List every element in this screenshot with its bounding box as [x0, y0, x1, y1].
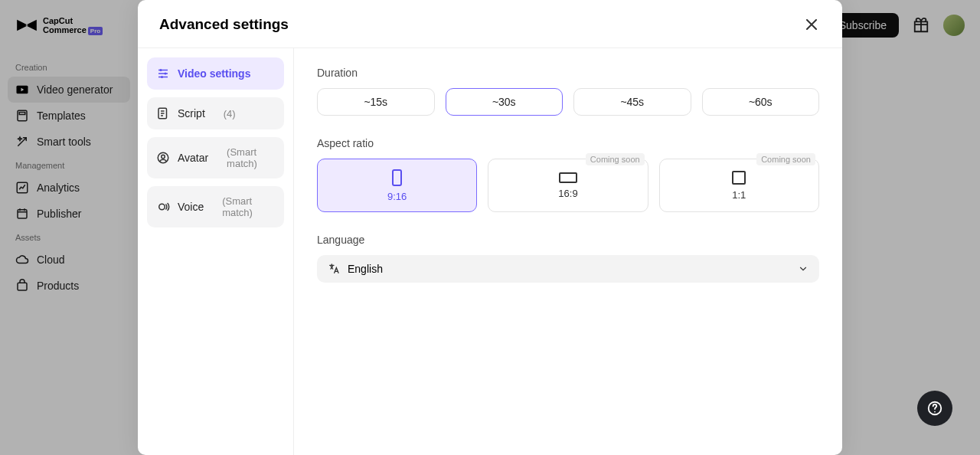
duration-options: ~15s ~30s ~45s ~60s [317, 88, 819, 116]
nav-meta: (Smart match) [222, 195, 275, 218]
duration-option-45s[interactable]: ~45s [573, 88, 691, 116]
coming-soon-badge: Coming soon [756, 153, 815, 165]
avatar-icon [156, 151, 170, 165]
aspect-option-16-9: Coming soon 16:9 [488, 159, 648, 212]
svg-point-6 [160, 69, 162, 71]
nav-item-avatar[interactable]: Avatar (Smart match) [147, 137, 284, 178]
chevron-down-icon [798, 264, 808, 274]
voice-icon [156, 200, 170, 214]
help-button[interactable] [917, 391, 952, 426]
aspect-label: Aspect ratio [317, 137, 819, 149]
aspect-option-label: 1:1 [732, 189, 746, 201]
aspect-square-icon [732, 171, 746, 185]
nav-meta: (Smart match) [227, 146, 275, 169]
nav-label: Avatar [178, 152, 208, 164]
svg-point-12 [159, 204, 165, 210]
nav-item-video-settings[interactable]: Video settings [147, 57, 284, 90]
svg-point-8 [161, 76, 163, 78]
help-icon [926, 400, 943, 417]
aspect-option-9-16[interactable]: 9:16 [317, 159, 477, 212]
aspect-options: 9:16 Coming soon 16:9 Coming soon 1:1 [317, 159, 819, 212]
nav-item-voice[interactable]: Voice (Smart match) [147, 186, 284, 228]
language-select[interactable]: English [317, 255, 819, 283]
close-button[interactable] [802, 15, 821, 34]
nav-label: Voice [178, 201, 204, 213]
advanced-settings-modal: Advanced settings Video settings Script … [138, 0, 842, 455]
aspect-option-label: 9:16 [387, 191, 407, 202]
nav-item-script[interactable]: Script (4) [147, 97, 284, 129]
svg-point-14 [934, 411, 936, 413]
duration-label: Duration [317, 67, 819, 79]
language-icon [328, 263, 340, 275]
duration-option-30s[interactable]: ~30s [446, 88, 564, 116]
script-icon [156, 106, 170, 120]
close-icon [806, 19, 817, 30]
nav-label: Script [178, 107, 205, 119]
aspect-option-1-1: Coming soon 1:1 [659, 159, 819, 212]
svg-point-7 [165, 73, 167, 75]
svg-point-11 [162, 155, 165, 159]
nav-meta: (4) [224, 108, 236, 119]
aspect-portrait-icon [392, 169, 402, 186]
duration-option-15s[interactable]: ~15s [317, 88, 435, 116]
settings-nav: Video settings Script (4) Avatar (Smart … [138, 48, 294, 455]
language-selected: English [348, 263, 383, 275]
modal-header: Advanced settings [138, 0, 842, 48]
language-label: Language [317, 234, 819, 246]
duration-option-60s[interactable]: ~60s [702, 88, 820, 116]
nav-label: Video settings [178, 67, 250, 80]
coming-soon-badge: Coming soon [586, 153, 645, 165]
sliders-icon [156, 67, 170, 80]
aspect-option-label: 16:9 [558, 188, 577, 199]
modal-title: Advanced settings [159, 16, 289, 33]
aspect-landscape-icon [559, 172, 577, 183]
settings-content: Duration ~15s ~30s ~45s ~60s Aspect rati… [294, 48, 842, 455]
